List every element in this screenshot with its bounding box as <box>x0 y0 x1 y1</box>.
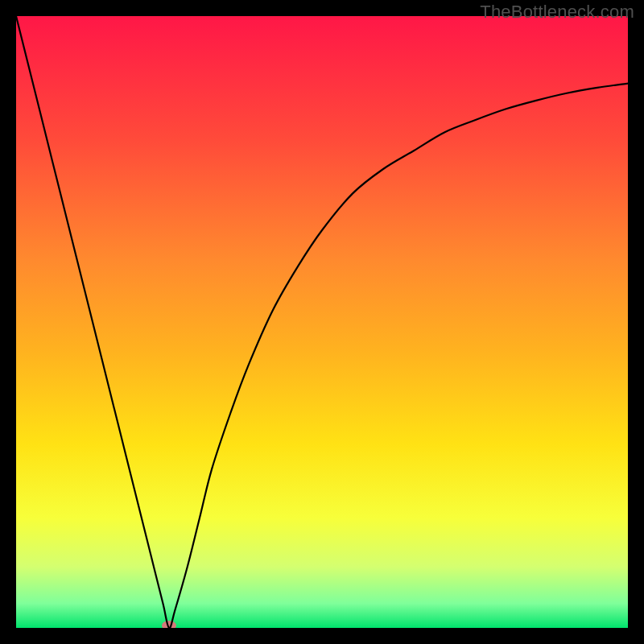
plot-area <box>16 16 628 628</box>
watermark-text: TheBottleneck.com <box>480 2 634 23</box>
chart-frame: TheBottleneck.com <box>0 0 644 644</box>
bottleneck-chart <box>16 16 628 628</box>
gradient-background <box>16 16 628 628</box>
